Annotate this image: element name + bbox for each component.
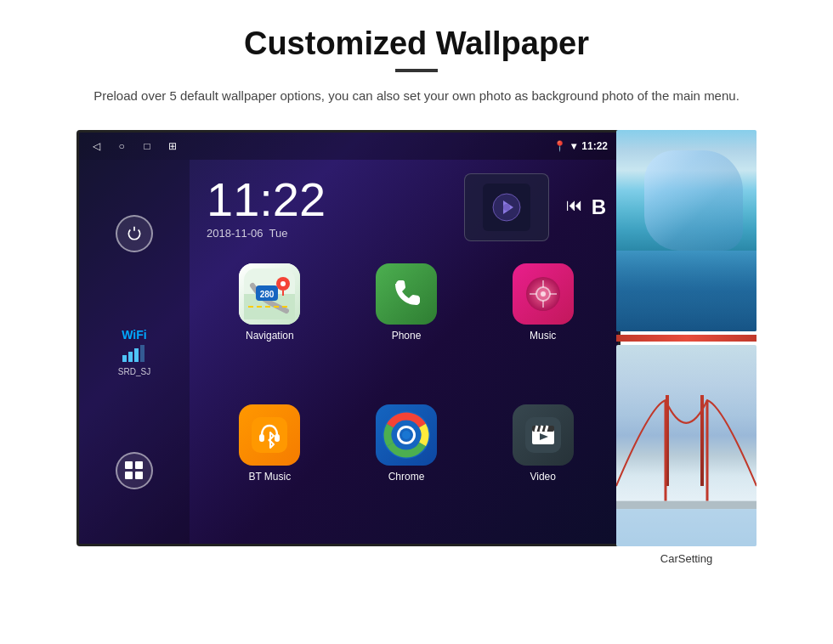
app-item-chrome[interactable]: Chrome [343,404,470,535]
media-widget[interactable] [464,173,549,241]
svg-line-30 [541,426,542,432]
svg-point-18 [541,291,546,297]
svg-rect-7 [135,472,143,479]
svg-rect-5 [135,461,143,469]
phone-label: Phone [392,330,422,342]
svg-rect-20 [259,434,264,442]
clock-date: 2018-11-06 Tue [207,227,447,240]
svg-rect-32 [616,501,756,509]
video-label: Video [530,471,555,483]
wallpaper-thumb-ice[interactable] [616,130,756,331]
home-nav-icon[interactable]: ○ [115,139,128,153]
svg-line-29 [536,426,537,432]
bt-music-icon [239,404,300,466]
navigation-label: Navigation [246,330,294,342]
svg-rect-2 [134,348,139,362]
app-item-navigation[interactable]: 280 Navigation [207,263,333,394]
apps-grid: 280 Navigation [190,255,620,544]
bluetooth-label: B [592,195,606,219]
page-title: Customized Wallpaper [244,25,589,62]
status-bar-right: 📍 ▾ 11:22 [553,140,608,152]
status-time: 11:22 [581,140,608,152]
power-button[interactable] [116,215,153,252]
svg-rect-21 [275,434,280,442]
screenshot-nav-icon[interactable]: ⊞ [166,139,179,153]
signal-icon: ▾ [571,140,576,152]
svg-rect-6 [125,472,133,479]
side-panel: WiFi SRD_SJ [79,160,190,544]
svg-point-25 [402,431,411,439]
app-item-bt-music[interactable]: BT Music [207,404,333,535]
wallpaper-thumb-middle [616,335,756,342]
carsetting-label: CarSetting [616,552,756,565]
app-item-music[interactable]: Music [479,263,606,394]
wifi-label: WiFi [118,328,150,342]
wifi-network-name: SRD_SJ [118,367,150,376]
svg-point-15 [280,281,286,286]
navigation-icon: 280 [239,263,300,325]
apps-grid-button[interactable] [116,452,153,489]
back-nav-icon[interactable]: ◁ [89,139,103,153]
svg-text:280: 280 [260,290,275,299]
music-icon [513,263,574,325]
video-icon [513,404,574,466]
prev-track-icon[interactable]: ⏮ [566,195,583,219]
bt-music-label: BT Music [248,471,291,483]
chrome-label: Chrome [388,471,425,483]
music-label: Music [530,330,556,342]
svg-line-31 [546,426,547,432]
main-content: 11:22 2018-11-06 Tue [190,160,620,544]
svg-rect-1 [128,352,133,362]
clock-time: 11:22 [207,176,447,223]
clock-area: 11:22 2018-11-06 Tue [190,160,620,255]
svg-rect-0 [122,355,127,362]
title-divider [395,69,438,72]
wallpaper-thumbnails [616,130,756,546]
wallpaper-thumb-bridge[interactable] [616,345,756,546]
svg-point-9 [503,204,510,211]
chrome-icon [376,404,437,466]
status-bar-left: ◁ ○ □ ⊞ [89,139,179,153]
media-controls: ⏮ B [566,195,606,219]
status-bar: ◁ ○ □ ⊞ 📍 ▾ 11:22 [79,133,618,160]
page-description: Preload over 5 default wallpaper options… [94,86,740,106]
svg-rect-4 [125,461,133,469]
screen-wrapper: ◁ ○ □ ⊞ 📍 ▾ 11:22 WiFi [76,130,756,546]
location-icon: 📍 [553,140,566,152]
android-screen: ◁ ○ □ ⊞ 📍 ▾ 11:22 WiFi [76,130,620,546]
wifi-block: WiFi SRD_SJ [118,328,150,376]
svg-rect-3 [140,345,144,362]
phone-icon [376,263,437,325]
wifi-signal-bars [118,345,150,365]
clock-block: 11:22 2018-11-06 Tue [207,176,447,240]
app-item-video[interactable]: Video [479,404,606,535]
app-item-phone[interactable]: Phone [343,263,470,394]
svg-rect-33 [616,509,756,546]
recent-nav-icon[interactable]: □ [140,139,154,153]
